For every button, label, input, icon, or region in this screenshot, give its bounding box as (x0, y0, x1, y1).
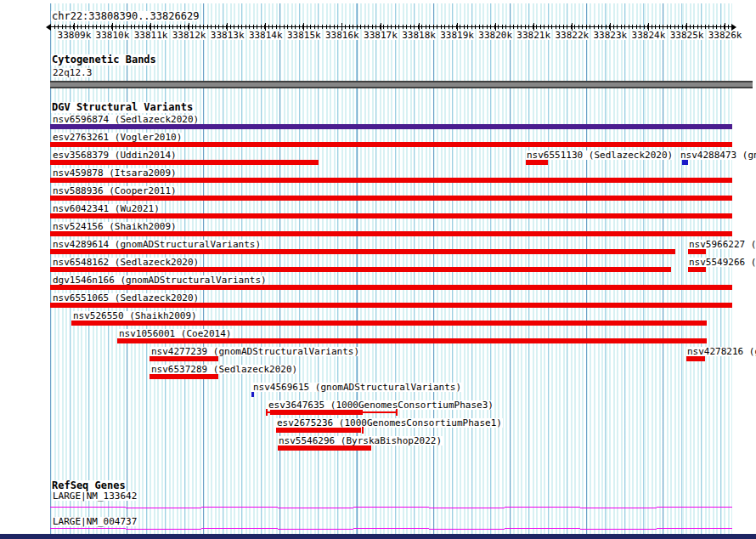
variant-bar[interactable] (688, 249, 706, 254)
gene-line[interactable] (201, 507, 277, 508)
gene-line[interactable] (278, 529, 353, 530)
ruler-tick-label: 33825k (669, 31, 705, 40)
ruler-tick-label: 33810k (95, 31, 131, 40)
variant-label[interactable]: nsv459878 (Itsara2009) (52, 168, 178, 178)
ruler-tick-label: 33820k (477, 31, 513, 40)
variant-ci-end-tick (266, 409, 268, 416)
variant-bar[interactable] (688, 267, 706, 272)
variant-label[interactable]: nsv1056001 (Coe2014) (118, 329, 232, 338)
variant-label[interactable]: nsv526550 (Shaikh2009) (72, 311, 198, 321)
variant-label[interactable]: nsv4289614 (gnomADStructuralVariants) (52, 240, 262, 249)
variant-bar[interactable] (71, 321, 707, 326)
gene-line[interactable] (657, 528, 732, 529)
variant-bar[interactable] (251, 392, 254, 397)
gene-line[interactable] (657, 507, 732, 508)
ruler-tick-label: 33821k (516, 31, 551, 40)
variant-label[interactable]: nsv4569615 (gnomADStructuralVariants) (252, 383, 462, 392)
variant-bar[interactable] (682, 160, 688, 165)
ruler-tick-label: 33826k (708, 31, 743, 40)
genome-browser-view: chr22:33808390..33826629 33809k33810k338… (0, 0, 756, 539)
gene-line[interactable] (201, 528, 277, 529)
variant-label[interactable]: esv2675236 (1000GenomesConsortiumPhase1) (276, 418, 503, 428)
ruler-tick-label: 33812k (172, 31, 207, 40)
ruler-tick-label: 33823k (593, 31, 629, 40)
variant-bar[interactable] (276, 428, 361, 433)
ruler-tick-label: 33813k (210, 31, 245, 40)
gene-line[interactable] (580, 508, 656, 508)
variant-bar[interactable] (50, 267, 671, 272)
ruler-axis-line (50, 26, 732, 27)
gene-line[interactable] (126, 529, 201, 530)
variant-bar[interactable] (270, 410, 363, 415)
variant-bar[interactable] (50, 249, 675, 254)
variant-label[interactable]: nsv524156 (Shaikh2009) (52, 222, 178, 231)
gene-line[interactable] (50, 528, 126, 529)
section-title-cytogenetic-bands: Cytogenetic Bands (51, 54, 157, 65)
ruler-tick-label: 33824k (631, 31, 667, 40)
gene-line[interactable] (429, 508, 505, 508)
variant-bar[interactable] (50, 303, 732, 308)
variant-label[interactable]: esv3647635 (1000GenomesConsortiumPhase3) (268, 400, 494, 410)
variant-breakpoint-tick (362, 427, 364, 434)
variant-bar[interactable] (50, 124, 732, 129)
variant-bar[interactable] (278, 445, 371, 451)
gene-line[interactable] (126, 508, 201, 508)
gene-line[interactable] (580, 529, 656, 530)
ruler-tick-label: 33819k (439, 31, 475, 40)
ruler-left-arrow-icon (46, 24, 51, 31)
gene-label[interactable]: LARGE|NM_004737 (52, 517, 138, 526)
variant-label[interactable]: nsv6042341 (Wu2021) (52, 204, 161, 213)
cytoband-bar[interactable] (50, 81, 753, 88)
variant-bar[interactable] (150, 374, 218, 379)
gene-line[interactable] (505, 507, 580, 508)
gene-line[interactable] (429, 529, 505, 530)
variant-bar[interactable] (50, 285, 732, 290)
variant-bar[interactable] (50, 178, 732, 183)
ruler-tick-label: 33822k (554, 31, 590, 40)
variant-label[interactable]: nsv6596874 (Sedlazeck2020) (52, 115, 200, 124)
variant-bar[interactable] (50, 160, 319, 165)
gene-line[interactable] (353, 528, 429, 529)
gene-label[interactable]: LARGE|NM_133642 (52, 491, 138, 501)
variant-bar[interactable] (526, 160, 548, 165)
variant-label[interactable]: nsv5966227 (Ab (688, 240, 756, 249)
variant-label[interactable]: nsv5546296 (ByrskaBishop2022) (278, 436, 443, 445)
cytoband-label: 22q12.3 (52, 68, 93, 77)
variant-label[interactable]: nsv6537289 (Sedlazeck2020) (150, 365, 298, 374)
variant-label[interactable]: nsv5549266 (By (688, 258, 756, 267)
ruler-tick-label: 33818k (401, 31, 437, 40)
variant-label[interactable]: nsv588936 (Cooper2011) (52, 186, 178, 196)
variant-ci-end-tick (396, 409, 398, 416)
gene-line[interactable] (50, 507, 126, 508)
coordinate-display: chr22:33808390..33826629 (51, 11, 200, 21)
variant-label[interactable]: esv2763261 (Vogler2010) (52, 133, 183, 142)
gene-line[interactable] (353, 507, 429, 508)
ruler-tick-label: 33815k (286, 31, 322, 40)
variant-bar[interactable] (50, 231, 732, 236)
variant-label[interactable]: nsv6551065 (Sedlazeck2020) (52, 293, 200, 303)
section-title-dgv-structural-variants: DGV Structural Variants (51, 102, 194, 113)
variant-bar[interactable] (50, 213, 732, 218)
ruler-tick-label: 33809k (57, 31, 93, 40)
gene-line[interactable] (278, 508, 353, 508)
ruler-tick-label: 33811k (133, 31, 169, 40)
variant-label[interactable]: nsv4278216 (gn (686, 347, 756, 356)
variant-bar[interactable] (50, 142, 732, 147)
ruler-tick-label: 33816k (324, 31, 360, 40)
variant-label[interactable]: esv3568379 (Uddin2014) (52, 150, 178, 160)
variant-label[interactable]: nsv4277239 (gnomADStructuralVariants) (150, 347, 360, 356)
variant-bar[interactable] (150, 356, 218, 361)
ruler-tick-label: 33817k (363, 31, 398, 40)
bottom-edge-band (0, 534, 756, 539)
gene-line[interactable] (505, 528, 580, 529)
ruler-tick-label: 33814k (248, 31, 284, 40)
variant-label[interactable]: dgv1546n166 (gnomADStructuralVariants) (52, 275, 268, 285)
variant-bar[interactable] (686, 356, 705, 361)
variant-label[interactable]: nsv6548162 (Sedlazeck2020) (52, 258, 200, 267)
variant-bar[interactable] (117, 338, 707, 343)
variant-label[interactable]: nsv6551130 (Sedlazeck2020) (526, 150, 674, 160)
variant-label[interactable]: nsv4288473 (gno (680, 150, 756, 160)
variant-bar[interactable] (50, 196, 732, 201)
